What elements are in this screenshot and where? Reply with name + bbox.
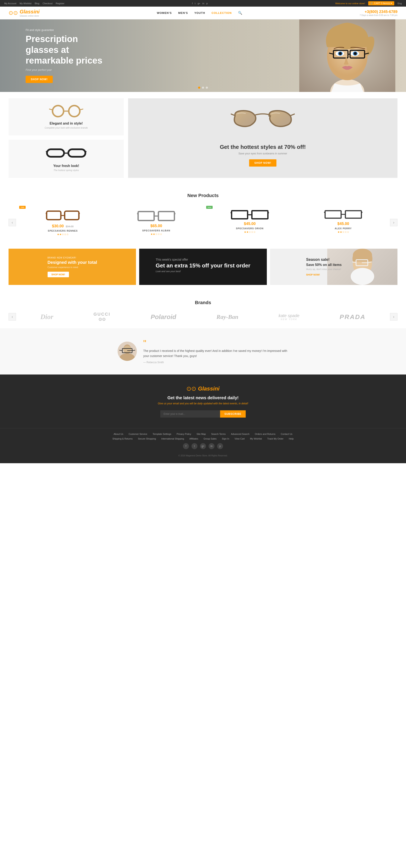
footer-twitter-icon[interactable]: t: [192, 443, 198, 449]
promo-special-title: Get an extra 15% off your first order: [155, 262, 251, 269]
footer-group-sales-link[interactable]: Group Sales: [203, 437, 216, 440]
promo-card-eyewear[interactable]: BRAND NEW EYEWEAR! Designed with your to…: [8, 249, 136, 285]
footer-pinterest-icon[interactable]: p: [217, 443, 223, 449]
nav-youth[interactable]: YOUTH: [194, 11, 205, 14]
footer-help-link[interactable]: Help: [289, 437, 294, 440]
testimonial-section: " The product I received is of the highe…: [0, 328, 406, 374]
footer-linkedin-icon[interactable]: in: [208, 443, 214, 449]
brand-polaroid[interactable]: Polaroid: [151, 313, 176, 320]
footer-orders-returns-link[interactable]: Orders and Returns: [255, 433, 276, 435]
footer-subscribe-button[interactable]: SUBSCRIBE: [220, 410, 246, 417]
footer-view-cart-link[interactable]: View Cart: [235, 437, 244, 440]
promo-sale-link[interactable]: SHOP NOW!: [306, 273, 320, 276]
footer-template-settings-link[interactable]: Template Settings: [153, 433, 171, 435]
promo-sale-title: Season sale!: [306, 257, 361, 262]
footer-copyright: © 2016 Magenest Demo Store. All Rights R…: [8, 452, 398, 459]
twitter-icon[interactable]: t: [195, 2, 196, 5]
nav-collection[interactable]: COLLECTION: [211, 11, 232, 14]
my-wishlist-link[interactable]: My Wishlist: [20, 2, 32, 5]
footer-googleplus-icon[interactable]: g+: [200, 443, 206, 449]
footer-search-terms-link[interactable]: Search Terms: [211, 433, 226, 435]
footer-about-link[interactable]: About Us: [114, 433, 123, 435]
hero-image: [299, 20, 395, 92]
carousel-next-button[interactable]: ›: [390, 219, 398, 226]
brands-section: Brands ‹ Dior GUCCI ⊙⊙ Polaroid Ray-Ban …: [0, 293, 406, 328]
svg-point-16: [69, 105, 80, 117]
my-account-link[interactable]: My Account: [4, 2, 17, 5]
footer-privacy-link[interactable]: Privacy Policy: [177, 433, 191, 435]
svg-rect-27: [47, 211, 61, 220]
checkout-link[interactable]: Checkout: [43, 2, 53, 5]
footer-sitemap-link[interactable]: Site Map: [197, 433, 206, 435]
facebook-icon[interactable]: f: [192, 2, 193, 5]
logo[interactable]: ⊙⊙ Glassini Glasses online store: [8, 9, 39, 17]
top-bar: My Account My Wishlist Blog Checkout Reg…: [0, 0, 406, 7]
footer-signin-link[interactable]: Sign In: [222, 437, 229, 440]
googleplus-icon[interactable]: g+: [198, 2, 200, 5]
testimonial-text: The product I received is of the highest…: [143, 348, 288, 359]
register-link[interactable]: Register: [56, 2, 64, 5]
product-card-4[interactable]: $45.00 ALEX PERRY ★★☆☆☆: [299, 205, 388, 240]
footer-links-row-1: About Us Customer Service Template Setti…: [8, 433, 398, 435]
feature-card-fresh[interactable]: Your fresh look! The hottest spring styl…: [8, 140, 124, 178]
footer-customer-service-link[interactable]: Customer Service: [128, 433, 147, 435]
svg-rect-21: [68, 149, 85, 157]
footer-track-order-link[interactable]: Track My Order: [267, 437, 284, 440]
feature-main-sub: Save your eyes from sunbeams in summer: [238, 152, 287, 155]
testimonial-content: " The product I received is of the highe…: [143, 339, 288, 364]
brand-katespade[interactable]: kate spade NEW YORK: [279, 313, 299, 320]
product-stars-3: ★★☆☆☆: [207, 230, 292, 234]
footer-intl-shipping-link[interactable]: International Shipping: [162, 437, 184, 440]
top-bar-links: My Account My Wishlist Blog Checkout Reg…: [4, 2, 64, 5]
hero-dots: [198, 87, 208, 89]
brand-gucci[interactable]: GUCCI ⊙⊙: [93, 312, 110, 322]
language-selector[interactable]: Eng: [398, 2, 402, 5]
hero-shop-button[interactable]: SHOP NOW!: [26, 76, 53, 83]
footer-my-wishlist-link[interactable]: My Wishlist: [250, 437, 262, 440]
promo-btn-1[interactable]: SHOP NOW!: [48, 272, 69, 277]
product-card-1[interactable]: Sale $30.00 $34.00 SPECSAVERS RENNES ★★☆…: [18, 205, 107, 240]
product-card-3[interactable]: New $45.00 SPECSAVERS ORION ★★☆☆☆: [205, 205, 294, 240]
logo-icon: ⊙⊙: [8, 9, 18, 16]
blog-link[interactable]: Blog: [35, 2, 39, 5]
feature-card-elegant[interactable]: Elegant and in style! Complete your look…: [8, 98, 124, 135]
promo-card-season[interactable]: Season sale! Save 50% on all items Hurry…: [270, 249, 398, 285]
top-bar-right: Welcome to our online store! 🛒 CART 0 It…: [335, 1, 402, 5]
product-name-3: SPECSAVERS ORION: [207, 227, 292, 230]
footer-affiliates-link[interactable]: Affiliates: [189, 437, 198, 440]
footer-facebook-icon[interactable]: f: [183, 443, 189, 449]
cart-button[interactable]: 🛒 CART 0 Item(s) ▾: [368, 1, 394, 5]
brand-prada[interactable]: PRADA: [340, 313, 366, 320]
brands-next-button[interactable]: ›: [390, 313, 398, 320]
brand-rayban[interactable]: Ray-Ban: [216, 313, 238, 320]
footer-tagline: Get the latest news delivered daily!: [8, 395, 398, 400]
footer-advanced-search-link[interactable]: Advanced Search: [231, 433, 250, 435]
product-name-1: SPECSAVERS RENNES: [20, 229, 105, 232]
footer-shipping-link[interactable]: Shipping & Returns: [112, 437, 133, 440]
footer-email-input[interactable]: [160, 410, 220, 417]
hero-dot-2[interactable]: [202, 87, 204, 89]
footer-contact-link[interactable]: Contact Us: [281, 433, 292, 435]
header-contact: +3(800) 2345-6789 7 Days a week from 9:0…: [360, 9, 398, 17]
feature-shop-button[interactable]: SHOP NOW!: [249, 159, 276, 166]
pinterest-icon[interactable]: p: [206, 2, 208, 5]
brands-carousel: ‹ Dior GUCCI ⊙⊙ Polaroid Ray-Ban kate sp…: [8, 312, 398, 322]
brand-dior[interactable]: Dior: [40, 313, 53, 321]
nav-womens[interactable]: WOMEN'S: [157, 11, 172, 14]
linkedin-icon[interactable]: in: [202, 2, 204, 5]
search-icon[interactable]: 🔍: [238, 11, 242, 15]
promo-card-special[interactable]: This week's special offer Get an extra 1…: [139, 249, 267, 285]
feature-card-sub-2: The hottest spring styles: [15, 169, 117, 172]
product-badge-1: Sale: [19, 206, 26, 209]
brands-prev-button[interactable]: ‹: [8, 313, 16, 320]
carousel-prev-button[interactable]: ‹: [8, 219, 16, 226]
nav-mens[interactable]: MEN'S: [178, 11, 188, 14]
product-card-2[interactable]: $65.00 SPECSAVERS ALBAN ★★☆☆☆: [112, 205, 201, 240]
logo-sub: Glasses online store: [20, 15, 39, 17]
feature-main-promo[interactable]: Get the hottest styles at 70% off! Save …: [128, 98, 398, 178]
testimonial-avatar: [118, 342, 137, 361]
footer-secure-shopping-link[interactable]: Secure Shopping: [138, 437, 156, 440]
hero-dot-3[interactable]: [206, 87, 208, 89]
hero-dot-1[interactable]: [198, 87, 200, 89]
brands-list: Dior GUCCI ⊙⊙ Polaroid Ray-Ban kate spad…: [20, 312, 386, 322]
